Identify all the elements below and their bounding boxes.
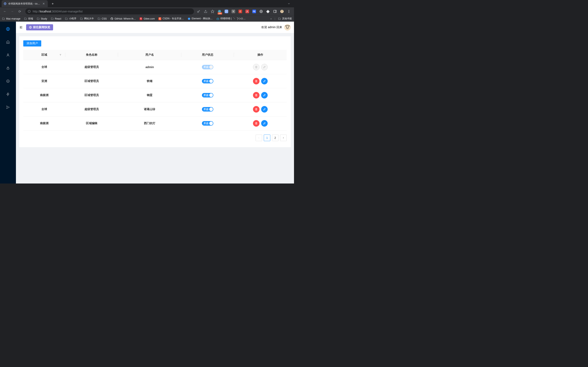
table-row: 南极洲区域管理员钢蛋开启: [23, 88, 287, 102]
sidebar-item-users[interactable]: [0, 51, 16, 59]
page-next-button[interactable]: [280, 134, 287, 141]
page-prev-button[interactable]: [256, 134, 262, 141]
cell-status: 开启: [181, 74, 234, 88]
switch-knob: [209, 93, 213, 97]
edit-button[interactable]: [261, 78, 268, 84]
extension-vue-icon[interactable]: V: [232, 9, 235, 13]
bookmark-icon: [188, 17, 190, 20]
delete-button: [253, 64, 259, 70]
sidebar-item-security[interactable]: [0, 64, 16, 72]
sidebar-item-comments[interactable]: [0, 77, 16, 85]
bookmark-label: Element - 网站快…: [192, 17, 213, 20]
user-table: 区域 角色名称 用户名 用户状态 操作 全球超级管理员admin开启亚洲区域管理…: [23, 50, 287, 131]
new-tab-button[interactable]: ＋: [51, 2, 54, 6]
bookmark-item[interactable]: CCSDN - 专业开发…: [158, 17, 184, 20]
extension-fe-icon[interactable]: FE: [252, 9, 256, 13]
add-user-button[interactable]: 添加用户: [23, 40, 41, 47]
bookmark-item[interactable]: GGitee.com: [139, 17, 155, 20]
bookmark-item[interactable]: Mac-manage: [2, 17, 20, 20]
bookmark-item[interactable]: Study: [37, 17, 47, 20]
filter-icon[interactable]: [59, 54, 62, 56]
menu-unfold-icon[interactable]: [19, 25, 23, 29]
svg-point-28: [8, 81, 8, 81]
nav-forward-button[interactable]: →: [9, 9, 15, 13]
column-header-username: 用户名: [118, 50, 181, 60]
other-bookmarks[interactable]: 其他书签: [278, 17, 292, 20]
svg-rect-22: [217, 18, 219, 20]
extension-c-icon[interactable]: C: [238, 9, 242, 13]
status-switch[interactable]: 开启: [202, 121, 213, 125]
delete-button[interactable]: [253, 120, 259, 127]
globe-icon: [4, 2, 7, 5]
browser-tab[interactable]: 全球新闻发布管理系统 - codeM ✕: [2, 0, 48, 7]
star-icon[interactable]: [211, 9, 214, 13]
extension-red-icon[interactable]: 人: [245, 9, 249, 13]
address-bar[interactable]: http://localhost:3000/#/user-manage/list: [25, 8, 194, 15]
welcome-text: 欢迎 admin 回来: [261, 24, 291, 31]
sidebar-item-global[interactable]: [0, 25, 16, 33]
sidebar-item-activity[interactable]: [0, 90, 16, 98]
delete-button[interactable]: [253, 106, 259, 113]
side-panel-icon[interactable]: [273, 9, 277, 13]
status-switch[interactable]: 开启: [202, 93, 213, 98]
bookmark-item[interactable]: 前端: [24, 17, 33, 20]
kebab-menu-icon[interactable]: [287, 9, 291, 13]
cell-actions: [234, 102, 287, 117]
extensions-icon[interactable]: [266, 9, 270, 13]
delete-button[interactable]: [253, 78, 259, 84]
cell-region: 亚洲: [23, 74, 65, 88]
svg-point-4: [198, 11, 199, 12]
status-switch[interactable]: 开启: [202, 107, 213, 111]
edit-button[interactable]: [261, 120, 268, 127]
cell-actions: [234, 88, 287, 102]
chevron-down-icon[interactable]: [287, 2, 290, 5]
info-icon: [28, 10, 31, 13]
svg-point-29: [8, 81, 9, 81]
switch-label: 开启: [204, 94, 208, 97]
delete-button[interactable]: [253, 92, 259, 99]
share-icon[interactable]: [204, 9, 208, 13]
user-avatar[interactable]: [284, 24, 291, 31]
extension-react-devtools-icon[interactable]: OFF: [218, 9, 221, 13]
cell-actions: [234, 117, 287, 131]
go-to-news-preview-button[interactable]: 前往新闻快览: [26, 24, 53, 30]
status-switch[interactable]: 开启: [202, 79, 213, 83]
edit-button[interactable]: [261, 92, 268, 99]
nav-back-button[interactable]: ←: [2, 9, 8, 13]
switch-label: 开启: [204, 122, 208, 125]
cell-username: 铁锤: [118, 74, 181, 88]
nav-reload-button[interactable]: ⟳: [17, 9, 22, 13]
bookmarks-overflow-icon[interactable]: »: [270, 17, 272, 20]
extension-icon[interactable]: [225, 9, 228, 13]
bookmark-label: 哔哩哔哩 (゜-゜)つロ…: [221, 17, 246, 20]
edit-button: [261, 64, 268, 70]
close-icon[interactable]: ✕: [43, 2, 45, 5]
sidebar-item-send[interactable]: [0, 103, 16, 111]
sidebar-item-home[interactable]: [0, 38, 16, 46]
edit-button[interactable]: [261, 106, 268, 113]
extension-target-icon[interactable]: [259, 9, 263, 13]
bookmark-item[interactable]: GitHub: Where th…: [111, 17, 136, 20]
status-switch: 开启: [202, 65, 213, 69]
bookmark-item[interactable]: Element - 网站快…: [188, 17, 213, 20]
bookmark-item[interactable]: React: [51, 17, 61, 20]
bookmark-item[interactable]: 小程序: [65, 17, 76, 20]
bookmark-label: 网站大牛: [84, 17, 94, 20]
bookmark-item[interactable]: CSS: [98, 17, 107, 20]
app-viewport: 前往新闻快览 欢迎 admin 回来 添加用户: [0, 22, 294, 184]
table-header-row: 区域 角色名称 用户名 用户状态 操作: [23, 50, 287, 60]
content-card: 添加用户 区域 角色名称 用户名: [19, 36, 291, 147]
bookmark-item[interactable]: 哔哩哔哩 (゜-゜)つロ…: [216, 17, 246, 20]
key-icon[interactable]: [197, 9, 200, 13]
cell-role: 区域管理员: [65, 88, 118, 102]
switch-knob: [209, 122, 213, 125]
switch-knob: [209, 65, 213, 69]
svg-point-11: [226, 11, 227, 12]
cell-region: 全球: [23, 102, 65, 117]
cell-username: 钢蛋: [118, 88, 181, 102]
page-number-1[interactable]: 1: [264, 134, 270, 141]
page-number-2[interactable]: 2: [272, 134, 278, 141]
bookmark-item[interactable]: 网站大牛: [80, 17, 94, 20]
svg-point-36: [288, 27, 289, 28]
profile-avatar-icon[interactable]: [280, 9, 284, 13]
